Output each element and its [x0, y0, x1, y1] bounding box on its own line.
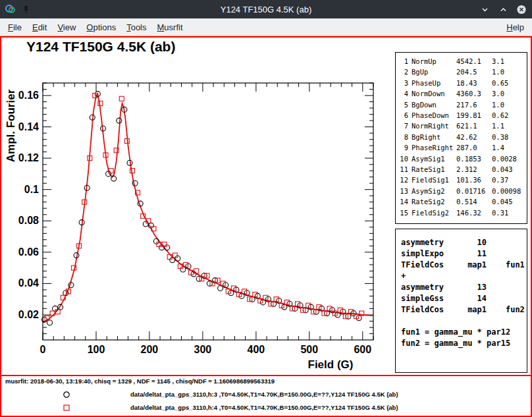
param-name: PhaseRight [412, 142, 456, 153]
param-idx: 15 [400, 208, 412, 218]
param-error: 0.00098 [492, 186, 525, 196]
param-row: 10AsymSig10.18530.0028 [400, 153, 525, 164]
param-row: 12FieldSig1101.360.37 [400, 175, 525, 185]
svg-text:0: 0 [40, 344, 46, 355]
theory-line [401, 316, 527, 327]
titlebar-left [5, 4, 31, 14]
param-error: 1.0 [492, 99, 525, 110]
svg-text:300: 300 [194, 344, 212, 355]
param-row: 15FieldSig2146.320.31 [400, 208, 525, 218]
param-idx: 1 [400, 56, 412, 67]
app-icon [5, 4, 16, 14]
param-row: 1NormUp4542.13.1 [400, 56, 525, 67]
param-name: RateSig1 [412, 164, 456, 175]
svg-text:400: 400 [248, 344, 265, 355]
param-row: 14RateSig20.5140.045 [400, 196, 525, 207]
application-window: Y124 TF150G 4.5K (ab) FileEditViewOption… [0, 0, 532, 417]
menubar: FileEditViewOptionsToolsMusrfitHelp [0, 18, 532, 36]
param-error: 0.62 [492, 110, 525, 121]
svg-text:100: 100 [88, 344, 105, 355]
menu-help[interactable]: Help [501, 20, 529, 35]
menu-file[interactable]: File [3, 20, 27, 35]
menu-options[interactable]: Options [81, 20, 121, 35]
param-value: 204.5 [456, 67, 492, 77]
theory-line: fun1 = gamma_mu * par12 [401, 327, 527, 338]
param-name: PhaseDown [412, 110, 456, 121]
param-idx: 9 [400, 142, 412, 153]
param-name: BgRight [412, 132, 456, 142]
param-value: 4360.3 [456, 88, 492, 99]
svg-text:0.16: 0.16 [18, 90, 39, 101]
legend-text: data/deltat_pta_gps_3110,h:3 ,T0=4.50K,T… [130, 391, 398, 398]
param-name: NormUp [412, 56, 456, 67]
x-tick-labels: 0100200300400500600 [40, 344, 372, 355]
root-canvas[interactable]: Y124 TF150G 4.5K (ab) 010020030040050060… [0, 36, 532, 417]
square-marker-icon [62, 403, 71, 412]
close-icon[interactable] [516, 4, 527, 14]
param-value: 217.6 [456, 99, 492, 110]
menu-tools[interactable]: Tools [121, 20, 151, 35]
minimize-icon[interactable] [479, 4, 490, 14]
y-axis-title: Ampl. Fourier [5, 89, 17, 162]
param-row: 4NormDown4360.33.0 [400, 88, 525, 99]
theory-line: fun2 = gamma_mu * par15 [401, 338, 527, 349]
param-name: AsymSig1 [412, 153, 456, 164]
param-value: 287.0 [456, 142, 492, 153]
param-idx: 10 [400, 153, 412, 164]
param-idx: 13 [400, 186, 412, 196]
param-row: 8BgRight42.620.38 [400, 132, 525, 142]
param-value: 621.1 [456, 121, 492, 131]
theory-line: TFieldCos map1 fun2 [401, 304, 527, 316]
param-name: FieldSig1 [412, 175, 456, 185]
param-error: 1.0 [492, 67, 525, 77]
svg-text:0.1: 0.1 [24, 184, 39, 195]
param-value: 0.514 [456, 196, 492, 207]
param-row: 3PhaseUp18.430.65 [400, 78, 525, 88]
menu-edit[interactable]: Edit [27, 20, 52, 35]
svg-text:600: 600 [354, 344, 371, 355]
param-row: 9PhaseRight287.01.4 [400, 142, 525, 153]
data-h3 [41, 92, 361, 325]
x-axis-title: Field (G) [308, 358, 354, 371]
theory-line: simpleGss 14 [401, 293, 527, 304]
param-value: 4542.1 [456, 56, 492, 67]
param-idx: 14 [400, 196, 412, 207]
theory-line: + [401, 271, 527, 282]
theory-line: simplExpo 11 [401, 248, 527, 260]
theory-line: asymmetry 13 [401, 282, 527, 293]
svg-text:0.06: 0.06 [18, 246, 39, 258]
y-tick-labels: 0.020.040.060.080.10.120.140.16 [18, 90, 39, 320]
plot-title: Y124 TF150G 4.5K (ab) [26, 39, 175, 55]
param-name: FieldSig2 [412, 208, 456, 218]
param-idx: 12 [400, 175, 412, 185]
menu-view[interactable]: View [52, 20, 81, 35]
svg-text:0.12: 0.12 [18, 152, 39, 163]
window-title: Y124 TF150G 4.5K (ab) [0, 5, 532, 14]
param-idx: 4 [400, 88, 412, 99]
legend-text: data/deltat_pta_gps_3110,h:4 ,T0=4.50K,T… [130, 404, 398, 411]
param-value: 146.32 [456, 208, 492, 218]
param-name: PhaseUp [412, 78, 456, 88]
param-name: NormDown [412, 88, 456, 99]
dataset-legend: data/deltat_pta_gps_3110,h:3 ,T0=4.50K,T… [1, 388, 531, 414]
param-value: 2.312 [456, 164, 492, 175]
param-row: 11RateSig12.3120.043 [400, 164, 525, 175]
param-row: 6PhaseDown199.810.62 [400, 110, 525, 121]
titlebar[interactable]: Y124 TF150G 4.5K (ab) [0, 0, 532, 18]
param-error: 3.1 [492, 56, 525, 67]
titlebar-right [479, 4, 527, 14]
maximize-icon[interactable] [498, 4, 508, 14]
param-name: AsymSig2 [412, 186, 456, 196]
legend-row: data/deltat_pta_gps_3110,h:3 ,T0=4.50K,T… [1, 388, 531, 401]
theory-line: TFieldCos map1 fun1 [401, 260, 527, 271]
param-row: 13AsymSig20.017160.00098 [400, 186, 525, 196]
fourier-plot[interactable]: 01002003004005006000.020.040.060.080.10.… [1, 80, 386, 373]
menu-musrfit[interactable]: Musrfit [152, 20, 188, 35]
param-row: 5BgDown217.61.0 [400, 99, 525, 110]
pad-divider [1, 375, 531, 376]
param-value: 0.1853 [456, 153, 492, 164]
pin-icon[interactable] [20, 4, 31, 14]
param-idx: 7 [400, 121, 412, 131]
param-error: 0.38 [492, 132, 525, 142]
fit-parameter-box: 1NormUp4542.13.12BgUp204.51.03PhaseUp18.… [395, 52, 527, 224]
